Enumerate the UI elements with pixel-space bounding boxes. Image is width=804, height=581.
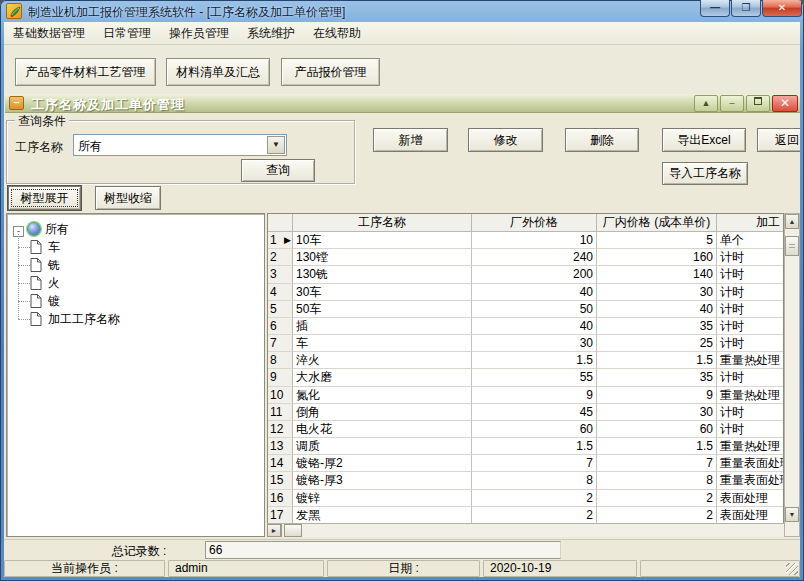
table-row[interactable]: 430车4030计时 (268, 284, 783, 301)
inside-price-cell: 7 (597, 455, 717, 472)
minimize-button[interactable]: — (700, 0, 730, 17)
child-maximize-button[interactable] (746, 95, 770, 112)
row-number-cell: 14 (268, 455, 293, 472)
delete-button[interactable]: 删除 (565, 128, 639, 152)
tree-item-du[interactable]: 镀 (18, 292, 262, 310)
row-number-cell: 10 (268, 387, 293, 404)
table-row[interactable]: 3130铣200140计时 (268, 266, 783, 283)
menu-daily[interactable]: 日常管理 (94, 22, 160, 45)
rollup-icon: ▲ (702, 98, 711, 108)
child-maximize-icon (754, 97, 762, 105)
process-name-cell: 插 (293, 318, 472, 335)
header-process-name[interactable]: 工序名称 (293, 214, 472, 232)
inside-price-cell: 40 (597, 301, 717, 318)
child-rollup-button[interactable]: ▲ (694, 95, 718, 112)
table-row[interactable]: 14镀铬-厚277重量表面处理 (268, 455, 783, 472)
import-process-button[interactable]: 导入工序名称 (662, 162, 748, 185)
process-type-cell: 表面处理 (717, 507, 783, 524)
outside-price-cell: 240 (472, 249, 597, 266)
resize-grip[interactable] (786, 563, 798, 575)
table-row[interactable]: 9大水磨5535计时 (268, 369, 783, 386)
table-row[interactable]: 1▶10车105单个 (268, 232, 783, 249)
product-quote-button[interactable]: 产品报价管理 (281, 58, 380, 86)
outside-price-cell: 10 (472, 232, 597, 249)
table-row[interactable]: 12电火花6060计时 (268, 421, 783, 438)
outside-price-cell: 55 (472, 369, 597, 386)
vertical-scrollbar[interactable]: ▲ ▼ (784, 213, 800, 537)
inside-price-cell: 9 (597, 387, 717, 404)
tree-item-huo[interactable]: 火 (18, 274, 262, 292)
header-outside-price[interactable]: 厂外价格 (472, 214, 597, 232)
horizontal-scrollbar[interactable]: ◄ ► (267, 523, 784, 537)
tree-item-che[interactable]: 车 (18, 238, 262, 256)
row-number: 5 (270, 302, 277, 316)
tree-root-node[interactable]: -所有 (9, 220, 262, 238)
table-row[interactable]: 10氮化99重量热处理 (268, 387, 783, 404)
table-row[interactable]: 15镀铬-厚388重量表面处理 (268, 472, 783, 489)
menu-help[interactable]: 在线帮助 (304, 22, 370, 45)
horizontal-scroll-thumb[interactable] (284, 524, 302, 537)
status-empty-panel (640, 560, 800, 577)
chevron-down-icon[interactable]: ▼ (267, 136, 285, 154)
tree-item-label: 镀 (48, 294, 60, 308)
material-list-button[interactable]: 材料清单及汇总 (166, 58, 270, 86)
table-row[interactable]: 13调质1.51.5重量热处理 (268, 438, 783, 455)
menu-operator[interactable]: 操作员管理 (160, 22, 238, 45)
outside-price-cell: 40 (472, 318, 597, 335)
process-name-cell: 10车 (293, 232, 472, 249)
table-row[interactable]: 550车5040计时 (268, 301, 783, 318)
child-minimize-button[interactable]: – (720, 95, 744, 112)
inside-price-cell: 5 (597, 232, 717, 249)
query-button[interactable]: 查询 (241, 159, 315, 182)
outside-price-cell: 2 (472, 490, 597, 507)
row-number-cell: 7 (268, 335, 293, 352)
tree-item-label: 加工工序名称 (48, 312, 120, 326)
row-number-cell: 4 (268, 284, 293, 301)
child-collapse-icon[interactable]: – (9, 96, 24, 110)
close-button[interactable]: ✕ (762, 0, 802, 17)
maximize-button[interactable]: ❐ (731, 0, 761, 17)
export-excel-button[interactable]: 导出Excel (662, 128, 746, 152)
outside-price-cell: 30 (472, 335, 597, 352)
outside-price-cell: 40 (472, 284, 597, 301)
back-button[interactable]: 返回 (757, 128, 800, 152)
tree-item-xi[interactable]: 铣 (18, 256, 262, 274)
table-row[interactable]: 11倒角4530计时 (268, 404, 783, 421)
child-close-button[interactable]: ✕ (772, 95, 798, 112)
row-number-cell: 12 (268, 421, 293, 438)
tree-item-process-names[interactable]: 加工工序名称 (18, 310, 262, 328)
edit-button[interactable]: 修改 (468, 128, 543, 152)
process-name-cell: 大水磨 (293, 369, 472, 386)
outside-price-cell: 7 (472, 455, 597, 472)
header-process-type[interactable]: 加工 (717, 214, 783, 232)
scroll-down-icon[interactable]: ▼ (785, 507, 799, 522)
header-inside-price[interactable]: 厂内价格 (成本单价) (597, 214, 717, 232)
process-type-cell: 重量表面处理 (717, 472, 783, 489)
add-button[interactable]: 新增 (373, 128, 448, 152)
tree-item-label: 车 (48, 240, 60, 254)
process-type-cell: 重量热处理 (717, 352, 783, 369)
vertical-scroll-thumb[interactable] (785, 236, 799, 256)
table-row[interactable]: 6插4035计时 (268, 318, 783, 335)
table-row[interactable]: 17发黑22表面处理 (268, 507, 783, 524)
tree-expand-button[interactable]: 树型展开 (8, 186, 81, 210)
operator-label: 当前操作员 : (4, 560, 165, 577)
scroll-up-icon[interactable]: ▲ (785, 214, 799, 229)
product-part-material-button[interactable]: 产品零件材料工艺管理 (15, 58, 156, 86)
table-row[interactable]: 7车3025计时 (268, 335, 783, 352)
menu-basic-data[interactable]: 基础数据管理 (4, 22, 94, 45)
client-area: 基础数据管理 日常管理 操作员管理 系统维护 在线帮助 产品零件材料工艺管理 材… (4, 22, 800, 577)
inside-price-cell: 1.5 (597, 438, 717, 455)
process-name-combobox[interactable]: 所有 ▼ (73, 134, 287, 156)
scroll-right-icon[interactable]: ► (267, 524, 281, 537)
menu-system[interactable]: 系统维护 (238, 22, 304, 45)
table-row[interactable]: 2130镗240160计时 (268, 249, 783, 266)
row-number-cell: 9 (268, 369, 293, 386)
title-bar[interactable]: 制造业机加工报价管理系统软件 - [工序名称及加工单价管理] — ❐ ✕ (0, 0, 804, 22)
child-close-icon: ✕ (780, 96, 790, 110)
table-row[interactable]: 16镀锌22表面处理 (268, 490, 783, 507)
row-number: 12 (270, 422, 283, 436)
table-row[interactable]: 8淬火1.51.5重量热处理 (268, 352, 783, 369)
process-name-cell: 车 (293, 335, 472, 352)
tree-collapse-button[interactable]: 树型收缩 (95, 186, 161, 210)
